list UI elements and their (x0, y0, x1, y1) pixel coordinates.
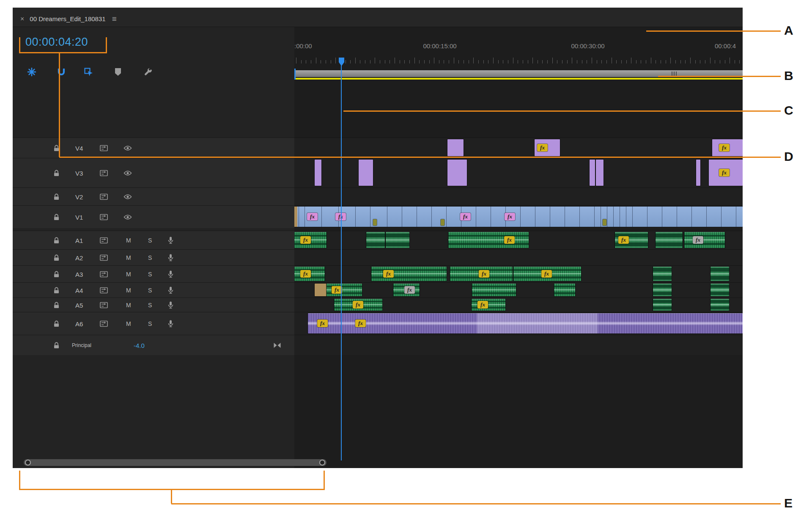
track-name[interactable]: V2 (75, 193, 83, 200)
solo-button[interactable]: S (148, 271, 152, 278)
timeline-clip[interactable]: fx (294, 267, 325, 281)
track-name[interactable]: V3 (75, 169, 83, 176)
lock-icon[interactable] (53, 169, 60, 176)
fx-badge[interactable]: fx (537, 144, 548, 152)
track-name[interactable]: A2 (75, 254, 83, 261)
timeline-clip[interactable] (596, 160, 604, 186)
add-marker-icon[interactable] (113, 67, 123, 77)
clip-marker[interactable] (373, 219, 377, 226)
timeline-clip[interactable] (710, 284, 729, 296)
sync-lock-icon[interactable] (100, 214, 108, 220)
panel-tab-title[interactable]: 00 Dreamers_Edit_180831 (30, 15, 105, 22)
mute-button[interactable]: M (126, 302, 131, 309)
timeline-clip[interactable] (653, 299, 672, 311)
lock-icon[interactable] (53, 320, 60, 327)
fx-badge[interactable]: fx (618, 236, 629, 244)
eye-icon[interactable] (123, 170, 132, 176)
eye-icon[interactable] (123, 145, 132, 151)
eye-icon[interactable] (123, 194, 132, 200)
timeline-clip[interactable]: fx (326, 284, 362, 296)
lock-icon[interactable] (53, 193, 60, 200)
sync-lock-icon[interactable] (100, 254, 108, 261)
timeline-clip[interactable] (472, 284, 516, 296)
timeline-clip[interactable] (710, 299, 729, 311)
mic-icon[interactable] (167, 236, 174, 244)
fx-badge[interactable]: fx (300, 236, 311, 244)
pan-icon[interactable] (273, 342, 281, 348)
scrollbar-thumb[interactable] (24, 459, 326, 466)
fx-badge[interactable]: fx (505, 213, 515, 220)
mic-icon[interactable] (167, 253, 174, 262)
clip-v1-sequence[interactable]: fxfxfxfx (294, 207, 743, 227)
sync-lock-icon[interactable] (100, 170, 108, 176)
timeline-clip[interactable] (386, 232, 409, 248)
timeline-clip[interactable] (696, 160, 700, 186)
timeline-clip[interactable]: fx (615, 232, 648, 248)
timeline-clip[interactable] (447, 139, 464, 156)
panel-menu-icon[interactable]: ≡ (112, 14, 117, 24)
track-name[interactable]: A3 (75, 270, 83, 278)
timeline-clip[interactable] (315, 160, 321, 186)
timeline-clip[interactable] (315, 284, 326, 296)
timeline-clip[interactable]: fx (712, 139, 743, 156)
timeline-clip[interactable]: fx (393, 284, 420, 296)
lock-icon[interactable] (53, 254, 60, 261)
mute-button[interactable]: M (126, 237, 131, 244)
timeline-clip[interactable] (710, 267, 729, 281)
fx-badge[interactable]: fx (719, 169, 730, 176)
scrollbar-handle-left[interactable] (25, 460, 31, 466)
lock-icon[interactable] (53, 144, 60, 152)
sync-lock-icon[interactable] (100, 302, 108, 308)
mic-icon[interactable] (167, 286, 174, 294)
work-area-bar[interactable] (294, 70, 743, 77)
snap-icon[interactable] (56, 67, 66, 77)
fx-badge[interactable]: fx (404, 286, 415, 294)
sync-lock-icon[interactable] (100, 193, 108, 200)
timeline-clip[interactable] (590, 160, 595, 186)
sync-lock-icon[interactable] (100, 145, 108, 151)
fx-badge[interactable]: fx (307, 213, 318, 220)
playhead-line[interactable] (341, 65, 342, 460)
lock-icon[interactable] (53, 213, 60, 220)
scrollbar-handle-right[interactable] (319, 460, 325, 466)
fx-badge[interactable]: fx (693, 236, 703, 244)
fx-badge[interactable]: fx (300, 270, 311, 278)
current-time-display[interactable]: 00:00:04:20 (25, 36, 88, 49)
track-name[interactable]: A4 (75, 287, 83, 294)
lock-icon[interactable] (53, 270, 60, 278)
timeline-clip[interactable]: fx (684, 232, 725, 248)
timeline-clip[interactable] (653, 284, 672, 296)
timeline-clip[interactable]: fx (371, 267, 447, 281)
fx-badge[interactable]: fx (383, 270, 394, 278)
sync-lock-icon[interactable] (100, 320, 108, 327)
timeline-clip[interactable]: fxfx (308, 313, 743, 333)
lock-icon[interactable] (53, 287, 60, 294)
fx-badge[interactable]: fx (317, 320, 328, 327)
track-name[interactable]: A6 (75, 320, 83, 327)
solo-button[interactable]: S (148, 254, 152, 261)
clip-marker[interactable] (441, 219, 444, 226)
solo-button[interactable]: S (148, 237, 152, 244)
solo-button[interactable]: S (148, 320, 152, 327)
fx-badge[interactable]: fx (479, 270, 489, 278)
mute-button[interactable]: M (126, 320, 131, 327)
mute-button[interactable]: M (126, 287, 131, 294)
mic-icon[interactable] (167, 270, 174, 278)
timeline-clip[interactable] (653, 267, 672, 281)
track-name[interactable]: A5 (75, 301, 83, 309)
eye-icon[interactable] (123, 214, 132, 220)
fx-badge[interactable]: fx (504, 236, 515, 244)
fx-badge[interactable]: fx (541, 270, 552, 278)
sync-lock-icon[interactable] (100, 237, 108, 243)
nest-icon[interactable] (27, 67, 37, 77)
fx-badge[interactable]: fx (477, 301, 488, 309)
fx-badge[interactable]: fx (460, 213, 471, 220)
solo-button[interactable]: S (148, 302, 152, 309)
fx-badge[interactable]: fx (355, 320, 366, 327)
timeline-clip[interactable]: fx (450, 267, 513, 281)
mute-button[interactable]: M (126, 254, 131, 261)
close-icon[interactable]: × (20, 15, 24, 23)
sync-lock-icon[interactable] (100, 287, 108, 293)
timeline-clip[interactable] (554, 284, 575, 296)
track-name[interactable]: Principal (72, 342, 91, 348)
